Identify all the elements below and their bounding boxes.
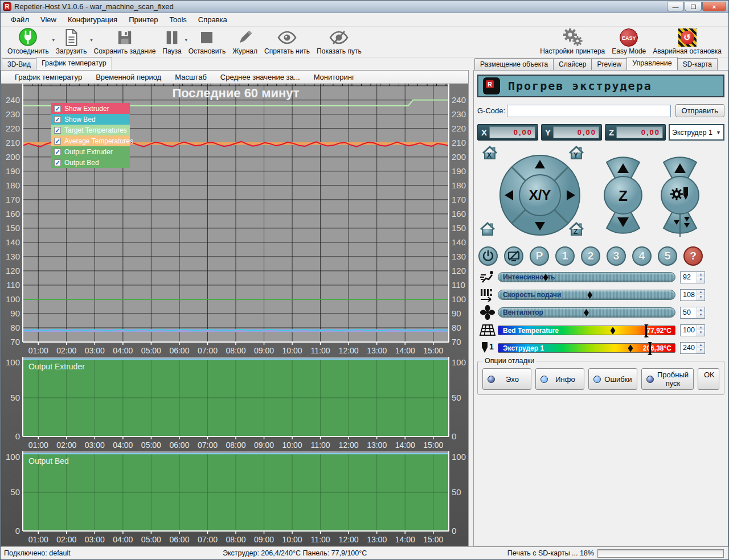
svg-text:180: 180 xyxy=(452,180,466,190)
slider-track[interactable]: Скорость подачи xyxy=(498,290,675,300)
no-display-button[interactable] xyxy=(504,246,523,266)
legend-checkbox[interactable]: ✓ xyxy=(54,149,61,155)
tab-Размещение объекта[interactable]: Размещение объекта xyxy=(474,58,554,70)
toolbar-button[interactable]: ▾Пауза xyxy=(159,27,185,56)
preset-2-button[interactable]: 2 xyxy=(581,246,600,266)
value-spinner[interactable]: 50▲▼ xyxy=(680,307,705,319)
slider-thumb[interactable] xyxy=(611,327,616,335)
tab-График температур[interactable]: График температур xyxy=(36,57,112,70)
temperature-bar[interactable]: Экструдер 1206,38°C xyxy=(498,343,675,353)
axis-letter: Y xyxy=(545,127,551,137)
value-spinner[interactable]: 240▲▼ xyxy=(680,342,705,354)
toolbar-button[interactable]: Сохранить задание xyxy=(91,27,159,56)
gcode-input[interactable] xyxy=(507,105,671,117)
legend-checkbox[interactable]: ✓ xyxy=(54,159,61,166)
home-y-button[interactable]: Y xyxy=(567,145,585,161)
legend-item-label: Show Bed xyxy=(64,116,96,123)
extruder-select[interactable]: Экструдер 1▼ xyxy=(669,124,724,141)
menu-item-0[interactable]: Файл xyxy=(5,14,35,26)
preset-4-button[interactable]: 4 xyxy=(632,246,652,266)
toolbar-button[interactable]: Настройки принтера xyxy=(536,27,608,56)
value-spinner[interactable]: 108▲▼ xyxy=(680,289,705,301)
legend-item[interactable]: ✓Show Bed xyxy=(51,114,130,125)
legend-item[interactable]: ✓Show Extruder xyxy=(51,103,130,114)
slider-track[interactable]: Вентилятор xyxy=(498,307,675,318)
menu-item-3[interactable]: Принтер xyxy=(123,14,163,26)
extruder-jog-control[interactable] xyxy=(655,149,705,242)
ok-button[interactable]: OK xyxy=(698,368,719,390)
power-button[interactable] xyxy=(478,246,498,266)
chart-menu-item-4[interactable]: Мониторинг xyxy=(307,71,362,83)
plug-icon xyxy=(18,27,38,47)
slider-track[interactable]: Интенсивность xyxy=(498,272,675,282)
svg-text:140: 140 xyxy=(452,237,466,247)
slider-thumb[interactable] xyxy=(587,291,592,299)
tab-Слайсер[interactable]: Слайсер xyxy=(553,58,592,70)
menu-item-2[interactable]: Конфигурация xyxy=(62,14,123,26)
legend-item[interactable]: ✓Output Bed xyxy=(51,157,130,168)
tab-Управление[interactable]: Управление xyxy=(626,57,678,70)
preset-1-button[interactable]: 1 xyxy=(555,246,575,266)
preset-5-button[interactable]: 5 xyxy=(658,246,677,266)
toolbar-button[interactable]: ↺Аварийная остановка xyxy=(649,27,725,56)
help-button[interactable]: ? xyxy=(683,246,703,266)
slider-thumb[interactable] xyxy=(628,345,633,352)
chart-menu-item-0[interactable]: График температур xyxy=(8,71,89,83)
legend-item[interactable]: ✓Average Temperatures xyxy=(51,135,130,146)
debug-toggle-Ошибки[interactable]: Ошибки xyxy=(588,368,637,390)
menu-item-4[interactable]: Tools xyxy=(163,14,192,26)
spinner-down-icon: ▼ xyxy=(697,330,705,336)
panel-header-title: Прогрев экструдера xyxy=(508,79,652,93)
toolbar-button[interactable]: ▾Отсоединить xyxy=(4,27,52,56)
debug-toggle-label: Инфо xyxy=(551,375,579,384)
toolbar-button-label: Загрузить xyxy=(56,47,87,55)
legend-checkbox[interactable]: ✓ xyxy=(54,138,61,145)
minimize-button[interactable]: — xyxy=(667,2,684,11)
menu-item-1[interactable]: View xyxy=(35,14,62,26)
pencil-icon xyxy=(236,28,253,47)
debug-toggle-Пробный пуск[interactable]: Пробный пуск xyxy=(641,368,694,390)
park-button[interactable]: P xyxy=(530,246,549,266)
toolbar-button[interactable]: Журнал xyxy=(229,27,261,56)
slider-thumb[interactable] xyxy=(584,309,589,316)
home-z-button[interactable]: Z xyxy=(567,221,585,237)
maximize-button[interactable] xyxy=(685,2,702,11)
home-x-button[interactable]: X xyxy=(481,145,499,161)
debug-toggle-Эхо[interactable]: Эхо xyxy=(482,368,531,390)
target-temp-marker[interactable] xyxy=(649,342,651,355)
home-all-button[interactable] xyxy=(478,221,497,237)
menu-item-5[interactable]: Справка xyxy=(193,14,233,26)
target-temp-marker[interactable] xyxy=(645,324,647,337)
legend-checkbox[interactable]: ✓ xyxy=(54,105,61,112)
debug-toggle-label: Ошибки xyxy=(604,375,632,384)
legend-item[interactable]: ✓Target Temperatures xyxy=(51,125,130,135)
tab-SD-карта[interactable]: SD-карта xyxy=(677,58,718,70)
z-jog-control[interactable]: Z xyxy=(598,149,648,242)
temperature-bar[interactable]: Bed Temperature77,92°C xyxy=(498,326,675,335)
chart-menu-item-1[interactable]: Временной период xyxy=(89,71,168,83)
panel-splitter[interactable] xyxy=(469,70,473,546)
legend-checkbox[interactable]: ✓ xyxy=(54,127,61,134)
chart-menu-item-3[interactable]: Среднее значение за... xyxy=(214,71,307,83)
legend-item-label: Average Temperatures xyxy=(64,137,133,145)
toolbar-button[interactable]: Остановить xyxy=(185,27,230,56)
debug-toggle-Инфо[interactable]: Инфо xyxy=(535,368,584,390)
send-gcode-button[interactable]: Отправить xyxy=(675,104,724,117)
toolbar-button-label: Отсоединить xyxy=(7,47,49,55)
toolbar-button[interactable]: ▾Загрузить xyxy=(52,27,91,56)
toolbar-button[interactable]: Показать путь xyxy=(313,27,365,56)
extruder-icon: 1 xyxy=(477,341,498,355)
value-spinner[interactable]: 92▲▼ xyxy=(680,271,705,283)
tab-Preview[interactable]: Preview xyxy=(591,58,627,70)
value-spinner[interactable]: 100▲▼ xyxy=(680,324,705,336)
legend-item[interactable]: ✓Output Extruder xyxy=(51,146,130,157)
spinner-up-icon: ▲ xyxy=(697,325,705,331)
legend-checkbox[interactable]: ✓ xyxy=(54,116,61,123)
toolbar-button[interactable]: Спрятать нить xyxy=(261,27,313,56)
chart-menu-item-2[interactable]: Масштаб xyxy=(168,71,214,83)
tab-3D-Вид[interactable]: 3D-Вид xyxy=(2,58,36,70)
close-button[interactable]: × xyxy=(702,2,726,11)
toolbar-button[interactable]: EASYEasy Mode xyxy=(608,27,649,56)
charts-area: 2402402302302202202102102002001901901801… xyxy=(1,84,468,546)
preset-3-button[interactable]: 3 xyxy=(607,246,626,266)
